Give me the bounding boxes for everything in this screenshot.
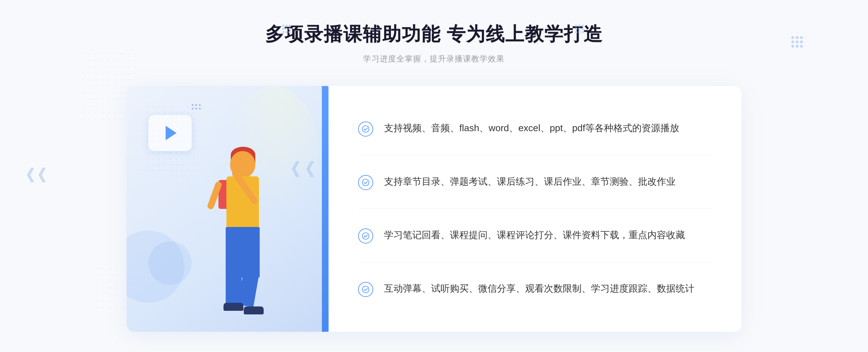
feature-item-3: 学习笔记回看、课程提问、课程评论打分、课件资料下载，重点内容收藏 — [358, 220, 712, 251]
divider-1 — [358, 155, 712, 155]
left-illustration-panel — [127, 86, 329, 332]
character-illustration — [197, 129, 299, 332]
checkmark-svg-1 — [362, 125, 370, 133]
dots-near-play — [192, 104, 201, 110]
feature-item-4: 互动弹幕、试听购买、微信分享、观看次数限制、学习进度跟踪、数据统计 — [358, 274, 712, 304]
divider-2 — [358, 209, 712, 209]
checkmark-svg-3 — [362, 232, 370, 240]
title-dots-right — [575, 25, 585, 35]
check-icon-4 — [358, 282, 373, 297]
feature-item-1: 支持视频、音频、flash、word、excel、ppt、pdf等各种格式的资源… — [358, 113, 712, 144]
svg-point-1 — [362, 179, 369, 186]
check-icon-3 — [358, 228, 373, 244]
feature-text-2: 支持章节目录、弹题考试、课后练习、课后作业、章节测验、批改作业 — [384, 174, 676, 189]
checkmark-svg-4 — [362, 286, 370, 293]
title-dots-left — [282, 25, 292, 35]
main-title: 多项录播课辅助功能 专为线上教学打造 — [265, 22, 603, 47]
outer-dots-decoration — [791, 36, 803, 48]
char-left-shoe — [224, 303, 243, 311]
right-features-panel: 支持视频、音频、flash、word、excel、ppt、pdf等各种格式的资源… — [329, 86, 741, 332]
page-container: 《《 多项录播课辅助功能 专为线上教学打造 学习进度全掌握，提升录播课教学效果 — [0, 0, 868, 352]
svg-point-3 — [362, 286, 369, 293]
feature-item-2: 支持章节目录、弹题考试、课后练习、课后作业、章节测验、批改作业 — [358, 167, 712, 197]
check-icon-2 — [358, 175, 373, 190]
blue-accent-bar — [322, 86, 328, 332]
svg-point-0 — [362, 126, 369, 132]
play-button-card — [148, 115, 192, 151]
checkmark-svg-2 — [362, 179, 370, 186]
char-right-shoe — [244, 306, 264, 314]
feature-text-3: 学习笔记回看、课程提问、课程评论打分、课件资料下载，重点内容收藏 — [384, 228, 685, 243]
feature-text-4: 互动弹幕、试听购买、微信分享、观看次数限制、学习进度跟踪、数据统计 — [384, 281, 694, 296]
play-icon — [166, 126, 176, 140]
sub-title: 学习进度全掌握，提升录播课教学效果 — [265, 53, 603, 64]
deco-circle-small — [148, 241, 192, 285]
main-content-card: 支持视频、音频、flash、word、excel、ppt、pdf等各种格式的资源… — [127, 86, 741, 332]
char-pants — [226, 227, 260, 278]
svg-point-2 — [362, 233, 369, 239]
check-icon-1 — [358, 121, 373, 137]
feature-text-1: 支持视频、音频、flash、word、excel、ppt、pdf等各种格式的资源… — [384, 121, 679, 136]
outer-chevrons-decoration: 《《 — [18, 165, 41, 186]
divider-3 — [358, 262, 712, 263]
header-section: 多项录播课辅助功能 专为线上教学打造 学习进度全掌握，提升录播课教学效果 — [265, 22, 603, 64]
